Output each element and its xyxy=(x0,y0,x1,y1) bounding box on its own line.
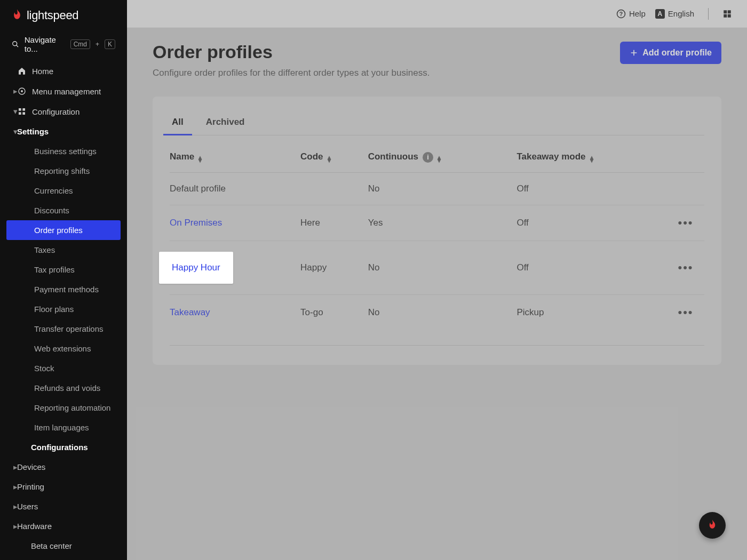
chevron-right-icon: ▸ xyxy=(13,524,18,529)
chevron-down-icon: ▾ xyxy=(13,129,18,134)
svg-line-1 xyxy=(17,45,18,47)
tab-archived[interactable]: Archived xyxy=(204,110,247,135)
row-actions-menu[interactable]: ••• xyxy=(678,216,693,229)
cell-takeaway: Off xyxy=(516,172,672,205)
nav-transfer-ops[interactable]: Transfer operations xyxy=(0,319,127,339)
nav-order-profiles[interactable]: Order profiles xyxy=(6,220,121,240)
cell-actions xyxy=(672,172,704,205)
add-order-profile-button[interactable]: Add order profile xyxy=(620,42,721,64)
flame-icon xyxy=(708,519,717,531)
sort-icon: ▴▾ xyxy=(438,156,441,162)
sort-icon: ▴▾ xyxy=(328,156,331,162)
nav-payment-methods[interactable]: Payment methods xyxy=(0,279,127,299)
help-link[interactable]: ? Help xyxy=(616,9,646,19)
col-actions xyxy=(672,140,704,172)
nav-reporting-shifts[interactable]: Reporting shifts xyxy=(0,161,127,181)
profile-name-link[interactable]: Happy Hour xyxy=(172,262,220,273)
nav-tax-profiles[interactable]: Tax profiles xyxy=(0,260,127,279)
nav-beta[interactable]: Beta center xyxy=(0,536,127,556)
row-actions-menu[interactable]: ••• xyxy=(678,306,693,319)
info-icon[interactable]: i xyxy=(423,152,433,163)
svg-rect-7 xyxy=(22,112,25,115)
svg-rect-15 xyxy=(728,14,731,17)
col-continuous[interactable]: Continuousi▴▾ xyxy=(368,140,517,172)
language-label: English xyxy=(668,9,694,18)
cell-actions: ••• xyxy=(672,205,704,241)
page-subtitle: Configure order profiles for the differe… xyxy=(153,68,430,78)
cell-continuous: No xyxy=(368,172,517,205)
nav-discounts[interactable]: Discounts xyxy=(0,201,127,220)
cell-continuous: Yes xyxy=(368,205,517,241)
page-title: Order profiles xyxy=(153,42,430,62)
nav-configurations[interactable]: Configurations xyxy=(0,437,127,457)
chevron-right-icon: ▸ xyxy=(13,484,18,490)
content: Order profiles Configure order profiles … xyxy=(127,28,747,379)
nav-settings-label: Settings xyxy=(17,127,49,136)
table-card: All Archived Name▴▾ Code▴▾ Continuousi▴▾… xyxy=(153,97,721,365)
apps-grid-icon[interactable] xyxy=(722,9,732,19)
kbd-cmd: Cmd xyxy=(70,39,90,49)
nav-menu-mgmt-label: Menu management xyxy=(32,87,101,96)
nav-hardware[interactable]: ▸Hardware xyxy=(0,516,127,536)
flame-icon xyxy=(12,9,22,22)
svg-rect-12 xyxy=(724,10,727,13)
nav-home-label: Home xyxy=(32,67,53,76)
svg-rect-14 xyxy=(724,14,727,17)
col-takeaway[interactable]: Takeaway mode▴▾ xyxy=(516,140,672,172)
nav-users[interactable]: ▸Users xyxy=(0,497,127,516)
search-icon xyxy=(12,40,19,49)
support-fab[interactable] xyxy=(699,512,726,539)
kbd-k: K xyxy=(105,39,115,49)
nav-currencies[interactable]: Currencies xyxy=(0,181,127,201)
tab-all[interactable]: All xyxy=(170,110,186,135)
nav-web-ext[interactable]: Web extensions xyxy=(0,339,127,358)
nav-menu-mgmt[interactable]: ▸ Menu management xyxy=(0,81,127,101)
main: ? Help A English Order profiles Configur… xyxy=(127,0,747,560)
nav-refunds[interactable]: Refunds and voids xyxy=(0,378,127,398)
col-name[interactable]: Name▴▾ xyxy=(170,140,300,172)
nav-configuration[interactable]: ▾ Configuration xyxy=(0,101,127,122)
cell-code: To-go xyxy=(300,294,368,330)
sort-icon: ▴▾ xyxy=(198,156,202,162)
cell-code xyxy=(300,172,368,205)
svg-point-3 xyxy=(21,90,23,92)
svg-point-0 xyxy=(13,42,17,46)
cell-takeaway: Pickup xyxy=(516,294,672,330)
sort-icon: ▴▾ xyxy=(590,156,593,162)
nav-business-settings[interactable]: Business settings xyxy=(0,141,127,161)
nav-printing[interactable]: ▸Printing xyxy=(0,477,127,497)
nav-floor-plans[interactable]: Floor plans xyxy=(0,299,127,319)
language-selector[interactable]: A English xyxy=(655,9,694,19)
language-icon: A xyxy=(655,9,665,19)
profile-name-link[interactable]: On Premises xyxy=(170,218,222,228)
table-row: Takeaway To-go No Pickup ••• xyxy=(170,294,704,330)
cell-code: Here xyxy=(300,205,368,241)
nav-devices[interactable]: ▸Devices xyxy=(0,457,127,477)
row-actions-menu[interactable]: ••• xyxy=(678,261,693,274)
kbd-plus: + xyxy=(96,41,99,48)
sidebar: lightspeed Navigate to... Cmd + K Home ▸… xyxy=(0,0,127,560)
cell-actions: ••• xyxy=(672,294,704,330)
svg-text:?: ? xyxy=(619,10,623,17)
nav-search[interactable]: Navigate to... Cmd + K xyxy=(0,30,127,61)
nav-reporting-auto[interactable]: Reporting automation xyxy=(0,398,127,418)
chevron-down-icon: ▾ xyxy=(13,109,18,114)
nav-taxes[interactable]: Taxes xyxy=(0,240,127,260)
nav-home[interactable]: Home xyxy=(0,61,127,81)
chevron-right-icon: ▸ xyxy=(13,504,18,509)
nav-settings[interactable]: ▾ Settings xyxy=(0,122,127,141)
cell-name: Takeaway xyxy=(170,294,300,330)
svg-rect-13 xyxy=(728,10,731,13)
svg-rect-6 xyxy=(19,112,21,115)
nav-stock[interactable]: Stock xyxy=(0,358,127,378)
help-icon: ? xyxy=(616,9,626,19)
page-header: Order profiles Configure order profiles … xyxy=(153,42,721,78)
nav-item-languages[interactable]: Item languages xyxy=(0,418,127,437)
brand-name: lightspeed xyxy=(27,9,78,22)
profile-name-link[interactable]: Takeaway xyxy=(170,307,210,317)
table-row: Happy Hour Happy No Off ••• xyxy=(170,241,704,294)
profile-name: Default profile xyxy=(170,183,226,194)
brand-logo[interactable]: lightspeed xyxy=(0,0,127,30)
col-code[interactable]: Code▴▾ xyxy=(300,140,368,172)
cell-takeaway: Off xyxy=(516,241,672,294)
